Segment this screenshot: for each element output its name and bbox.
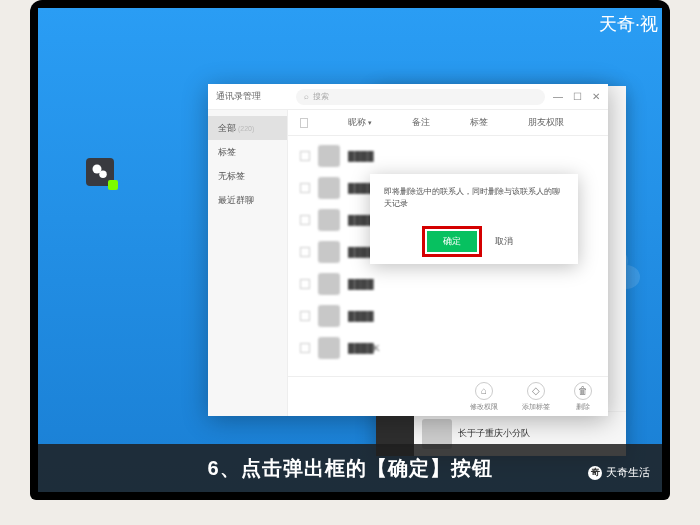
col-remark[interactable]: 备注 — [412, 116, 430, 129]
wechat-desktop-icon[interactable] — [86, 158, 114, 186]
contact-row[interactable]: ████ — [288, 140, 608, 172]
sidebar-item-recent-groups[interactable]: 最近群聊 — [208, 188, 287, 212]
search-icon: ⌕ — [304, 92, 309, 101]
contacts-columns-header: 昵称 ▾ 备注 标签 朋友权限 — [288, 110, 608, 136]
search-input[interactable]: ⌕ 搜索 — [296, 89, 545, 105]
contact-row[interactable]: ████K — [288, 332, 608, 364]
watermark-top: 天奇·视 — [599, 12, 658, 36]
window-title: 通讯录管理 — [216, 90, 296, 103]
maximize-icon[interactable]: ☐ — [573, 91, 582, 102]
col-tag[interactable]: 标签 — [470, 116, 488, 129]
confirm-ok-button[interactable]: 确定 — [427, 231, 477, 252]
confirm-dialog: 即将删除选中的联系人，同时删除与该联系人的聊天记录 确定 取消 — [370, 174, 578, 264]
contacts-main-area: 昵称 ▾ 备注 标签 朋友权限 ████ ████淑玲 ████ ████ ██… — [288, 110, 608, 416]
delete-button[interactable]: 🗑 删除 — [574, 382, 592, 412]
monitor-frame: 天奇·视 AV小组吃肉快乐器 — [30, 0, 670, 500]
home-icon: ⌂ — [475, 382, 493, 400]
sidebar-item-no-tag[interactable]: 无标签 — [208, 164, 287, 188]
tag-icon: ◇ — [527, 382, 545, 400]
close-icon[interactable]: ✕ — [592, 91, 600, 102]
svg-point-1 — [99, 171, 107, 179]
col-moments[interactable]: 朋友权限 — [528, 116, 564, 129]
instruction-caption: 6、点击弹出框的【确定】按钮 — [207, 455, 492, 482]
trash-icon: 🗑 — [574, 382, 592, 400]
sidebar-item-tags[interactable]: 标签 — [208, 140, 287, 164]
contacts-footer-actions: ⌂ 修改权限 ◇ 添加标签 🗑 删除 — [288, 376, 608, 416]
contact-row[interactable]: ████ — [288, 300, 608, 332]
desktop-screen: 天奇·视 AV小组吃肉快乐器 — [38, 8, 662, 492]
contacts-sidebar: 全部(220) 标签 无标签 最近群聊 — [208, 110, 288, 416]
sidebar-item-all[interactable]: 全部(220) — [208, 116, 287, 140]
dialog-message: 即将删除选中的联系人，同时删除与该联系人的聊天记录 — [384, 186, 564, 223]
col-nickname[interactable]: 昵称 ▾ — [348, 116, 372, 129]
window-titlebar: 通讯录管理 ⌕ 搜索 — ☐ ✕ — [208, 84, 608, 110]
instruction-caption-bar: 6、点击弹出框的【确定】按钮 — [38, 444, 662, 492]
add-tag-button[interactable]: ◇ 添加标签 — [522, 382, 550, 412]
contact-row[interactable]: ████ — [288, 268, 608, 300]
contacts-manager-window: 通讯录管理 ⌕ 搜索 — ☐ ✕ 全部(220) 标签 无标签 — [208, 84, 608, 416]
watermark-bottom: 奇 天奇生活 — [588, 465, 650, 480]
watermark-logo-icon: 奇 — [588, 466, 602, 480]
edit-remark-button[interactable]: ⌂ 修改权限 — [470, 382, 498, 412]
minimize-icon[interactable]: — — [553, 91, 563, 102]
confirm-cancel-button[interactable]: 取消 — [487, 231, 521, 252]
